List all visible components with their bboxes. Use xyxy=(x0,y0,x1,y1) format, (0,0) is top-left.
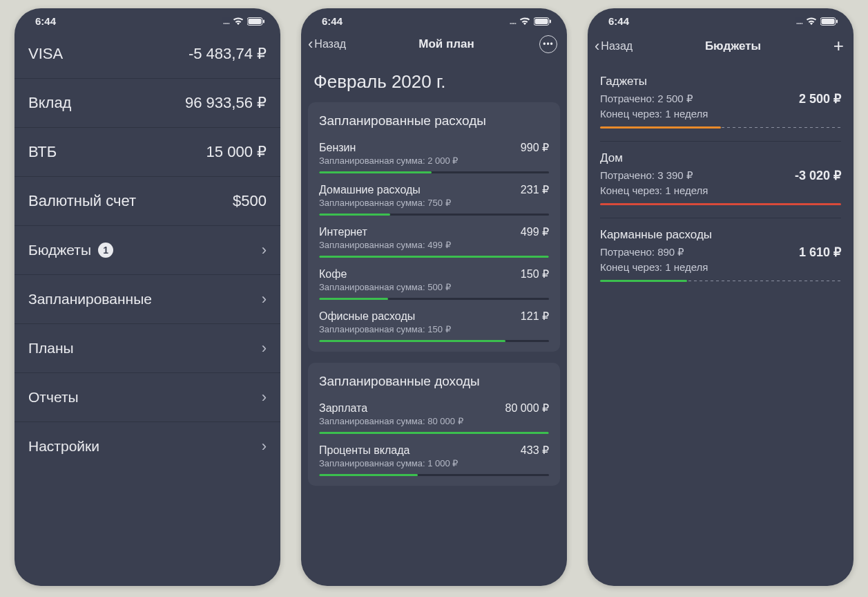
progress-bar xyxy=(319,171,549,173)
menu-label: Планы xyxy=(28,340,74,357)
plan-actual: 990 ₽ xyxy=(521,141,549,154)
progress-bar xyxy=(600,126,841,129)
plan-name: Зарплата xyxy=(319,402,367,415)
month-title: Февраль 2020 г. xyxy=(301,61,567,102)
plan-item[interactable]: Бензин990 ₽Запланированная сумма: 2 000 … xyxy=(318,137,550,179)
plan-planned: Запланированная сумма: 500 ₽ xyxy=(319,282,549,292)
chevron-left-icon: ‹ xyxy=(595,39,599,54)
back-button[interactable]: ‹ Назад xyxy=(595,39,650,54)
budget-ends: Конец через: 1 неделя xyxy=(600,261,841,273)
plan-item[interactable]: Домашние расходы231 ₽Запланированная сум… xyxy=(318,179,550,221)
account-value: -5 483,74 ₽ xyxy=(189,45,267,63)
nav-title: Мой план xyxy=(363,37,530,51)
budget-item[interactable]: ГаджетыПотрачено: 2 500 ₽2 500 ₽Конец че… xyxy=(588,65,853,134)
menu-planned[interactable]: Запланированные › xyxy=(15,275,280,324)
plan-item[interactable]: Зарплата80 000 ₽Запланированная сумма: 8… xyxy=(318,397,550,439)
wifi-icon xyxy=(519,17,531,26)
battery-icon xyxy=(534,17,552,26)
budget-remaining: -3 020 ₽ xyxy=(795,168,841,183)
account-name: Вклад xyxy=(28,94,71,112)
nav-bar: ‹ Назад Бюджеты + xyxy=(588,30,853,65)
chevron-left-icon: ‹ xyxy=(308,37,313,52)
plan-name: Офисные расходы xyxy=(319,310,415,323)
planned-expenses-card: Запланированные расходы Бензин990 ₽Запла… xyxy=(308,102,560,352)
menu-label: Отчеты xyxy=(28,389,79,406)
budget-ends: Конец через: 1 неделя xyxy=(600,184,841,196)
status-icons: .... xyxy=(510,17,552,26)
cellular-icon: .... xyxy=(510,17,516,26)
chevron-right-icon: › xyxy=(262,290,267,308)
budget-remaining: 1 610 ₽ xyxy=(799,245,841,260)
status-bar: 6:44 .... xyxy=(588,8,853,30)
progress-bar xyxy=(319,256,549,258)
budget-spent: Потрачено: 3 390 ₽ xyxy=(600,169,693,182)
plan-item[interactable]: Кофе150 ₽Запланированная сумма: 500 ₽ xyxy=(318,263,550,305)
svg-rect-2 xyxy=(263,19,264,23)
menu-settings[interactable]: Настройки › xyxy=(15,422,280,471)
budget-name: Дом xyxy=(600,151,841,165)
plan-actual: 121 ₽ xyxy=(521,310,549,323)
menu-label: Бюджеты xyxy=(28,242,91,258)
status-icons: .... xyxy=(223,17,265,26)
battery-icon xyxy=(247,17,265,26)
chevron-right-icon: › xyxy=(262,388,267,406)
budget-spent: Потрачено: 890 ₽ xyxy=(600,246,684,258)
chevron-right-icon: › xyxy=(262,241,267,259)
status-icons: .... xyxy=(796,17,838,26)
account-name: VISA xyxy=(28,45,63,63)
account-name: Валютный счет xyxy=(28,192,136,210)
svg-rect-7 xyxy=(822,19,835,24)
cellular-icon: .... xyxy=(796,17,802,26)
plan-actual: 80 000 ₽ xyxy=(505,401,549,415)
menu-plans[interactable]: Планы › xyxy=(15,324,280,373)
plan-name: Проценты вклада xyxy=(319,444,409,457)
account-row-visa[interactable]: VISA -5 483,74 ₽ xyxy=(15,30,280,79)
svg-rect-5 xyxy=(550,19,551,23)
plan-name: Домашние расходы xyxy=(319,184,421,196)
add-button[interactable]: + xyxy=(833,35,844,57)
menu-label: Настройки xyxy=(28,438,99,455)
budgets-badge: 1 xyxy=(98,243,113,258)
menu-label: Запланированные xyxy=(28,291,152,307)
progress-bar xyxy=(319,474,549,476)
plan-name: Кофе xyxy=(319,268,347,281)
account-row-vtb[interactable]: ВТБ 15 000 ₽ xyxy=(15,128,280,177)
account-row-currency[interactable]: Валютный счет $500 xyxy=(15,177,280,226)
status-time: 6:44 xyxy=(608,15,629,27)
wifi-icon xyxy=(232,17,244,26)
plan-name: Бензин xyxy=(319,142,356,154)
progress-bar xyxy=(319,298,549,300)
plan-planned: Запланированная сумма: 1 000 ₽ xyxy=(319,458,549,468)
budget-item[interactable]: ДомПотрачено: 3 390 ₽-3 020 ₽Конец через… xyxy=(588,142,853,211)
status-time: 6:44 xyxy=(35,15,56,27)
plan-name: Интернет xyxy=(319,226,367,238)
progress-bar xyxy=(319,432,549,434)
status-bar: 6:44 .... xyxy=(301,8,567,30)
more-button[interactable]: ••• xyxy=(539,35,557,53)
cellular-icon: .... xyxy=(223,17,229,26)
progress-bar xyxy=(319,214,549,216)
menu-reports[interactable]: Отчеты › xyxy=(15,373,280,422)
status-bar: 6:44 .... xyxy=(15,8,280,30)
plan-planned: Запланированная сумма: 150 ₽ xyxy=(319,324,549,334)
svg-rect-1 xyxy=(249,19,262,24)
back-button[interactable]: ‹ Назад xyxy=(308,37,363,52)
planned-income-card: Запланированные доходы Зарплата80 000 ₽З… xyxy=(308,363,560,486)
section-title: Запланированные расходы xyxy=(318,111,550,137)
plan-item[interactable]: Офисные расходы121 ₽Запланированная сумм… xyxy=(318,305,550,348)
plan-item[interactable]: Интернет499 ₽Запланированная сумма: 499 … xyxy=(318,221,550,263)
budget-name: Карманные расходы xyxy=(600,228,841,242)
svg-rect-4 xyxy=(535,19,548,24)
plan-planned: Запланированная сумма: 80 000 ₽ xyxy=(319,416,549,426)
account-value: 96 933,56 ₽ xyxy=(185,94,267,112)
account-row-vklad[interactable]: Вклад 96 933,56 ₽ xyxy=(15,79,280,128)
nav-bar: ‹ Назад Мой план ••• xyxy=(301,30,567,61)
plan-planned: Запланированная сумма: 2 000 ₽ xyxy=(319,155,549,166)
account-value: $500 xyxy=(233,192,267,210)
phone-screen-accounts: 6:44 .... VISA -5 483,74 ₽ Вклад 96 933,… xyxy=(15,8,280,586)
menu-budgets[interactable]: Бюджеты 1 › xyxy=(15,226,280,275)
chevron-right-icon: › xyxy=(262,437,267,455)
budget-item[interactable]: Карманные расходыПотрачено: 890 ₽1 610 ₽… xyxy=(588,218,853,287)
plan-item[interactable]: Проценты вклада433 ₽Запланированная сумм… xyxy=(318,439,550,482)
nav-title: Бюджеты xyxy=(650,39,816,53)
